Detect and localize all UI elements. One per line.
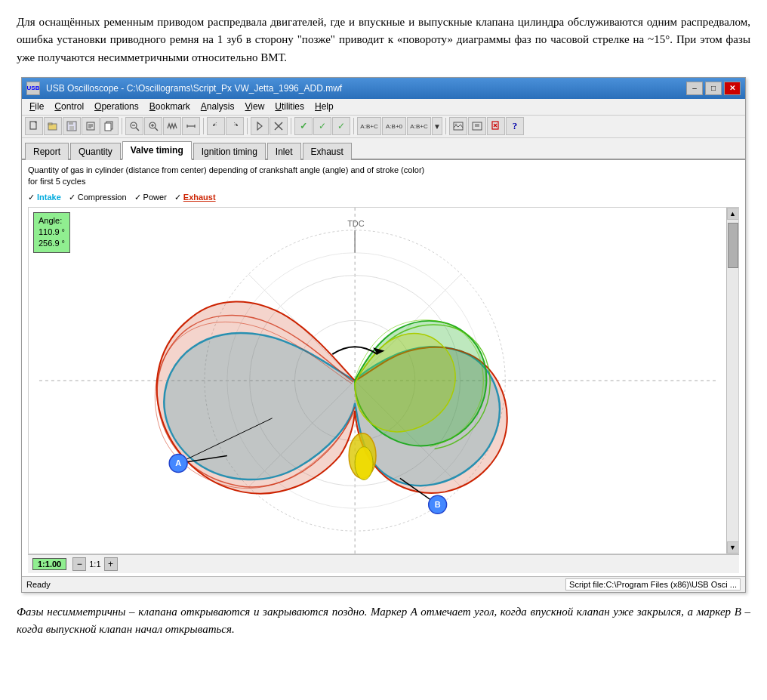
svg-line-16: [155, 128, 158, 131]
svg-point-55: [355, 446, 373, 480]
menu-bar: File Control Operations Bookmark Analysi…: [22, 99, 745, 116]
tab-quantity[interactable]: Quantity: [70, 143, 121, 160]
angle-info-box: Angle: 110.9 ° 256.9 °: [33, 212, 70, 253]
tb-abc-1[interactable]: A:B+C: [357, 117, 381, 135]
title-bar: USB USB Oscilloscope - C:\Oscillograms\S…: [22, 78, 745, 99]
close-button[interactable]: ✕: [724, 82, 741, 95]
status-bar: Ready Script file:C:\Program Files (x86)…: [22, 576, 745, 592]
tb-abc-2[interactable]: A:B+0: [382, 117, 406, 135]
tb-waveform[interactable]: [163, 117, 181, 135]
window-title: USB Oscilloscope - C:\Oscillograms\Scrip…: [46, 83, 686, 94]
tb-help[interactable]: ?: [506, 117, 524, 135]
scrollbar-right: ▲ ▼: [726, 208, 738, 554]
minimize-button[interactable]: –: [686, 82, 703, 95]
tb-sep2: [203, 118, 204, 134]
zoom-out-button[interactable]: −: [72, 557, 86, 571]
tb-print-preview[interactable]: [82, 117, 100, 135]
menu-file[interactable]: File: [25, 100, 48, 113]
menu-view[interactable]: View: [241, 100, 270, 113]
polar-chart-svg: TDC: [29, 208, 726, 554]
toolbar: ✓ ✓ ✓ A:B+C A:B+0 A:B+C ▼ ?: [22, 116, 745, 138]
legend-row: ✓ Intake ✓ Compression ✓ Power ✓ Exhaust: [28, 193, 739, 202]
tb-check1[interactable]: ✓: [294, 117, 313, 135]
legend-compression: ✓ Compression: [69, 193, 127, 202]
zoom-controls: − 1:1 +: [72, 557, 117, 571]
tb-zoom-out[interactable]: [125, 117, 143, 135]
tb-dropdown[interactable]: ▼: [432, 117, 442, 135]
tab-inlet[interactable]: Inlet: [267, 143, 301, 160]
tb-image[interactable]: [449, 117, 467, 135]
menu-control[interactable]: Control: [50, 100, 88, 113]
menu-utilities[interactable]: Utilities: [270, 100, 309, 113]
tb-cross[interactable]: [270, 117, 288, 135]
svg-point-26: [455, 124, 457, 126]
legend-power: ✓ Power: [134, 193, 167, 202]
menu-operations[interactable]: Operations: [90, 100, 143, 113]
angle-val1: 110.9 °: [39, 227, 65, 238]
tb-arrow[interactable]: [251, 117, 269, 135]
tb-undo[interactable]: [207, 117, 225, 135]
tb-check2[interactable]: ✓: [313, 117, 331, 135]
legend-intake: ✓ Intake: [28, 193, 61, 202]
tb-sep1: [122, 118, 122, 134]
angle-val2: 256.9 °: [39, 238, 65, 249]
svg-rect-4: [69, 122, 73, 125]
tb-sep4: [291, 118, 291, 134]
zoom-level: 1:1: [89, 560, 100, 569]
tabs-bar: Report Quantity Valve timing Ignition ti…: [22, 138, 745, 160]
tab-valve-timing[interactable]: Valve timing: [122, 141, 192, 160]
tb-sep5: [353, 118, 354, 134]
svg-text:TDC: TDC: [347, 218, 365, 227]
chart-description: Quantity of gas in cylinder (distance fr…: [28, 165, 739, 188]
scroll-down[interactable]: ▼: [727, 541, 739, 554]
svg-text:A: A: [175, 458, 181, 467]
svg-rect-2: [48, 123, 52, 125]
tb-delete[interactable]: [487, 117, 505, 135]
zoom-in-button[interactable]: +: [104, 557, 118, 571]
tb-open[interactable]: [44, 117, 62, 135]
tab-ignition-timing[interactable]: Ignition timing: [193, 143, 266, 160]
maximize-button[interactable]: □: [705, 82, 722, 95]
bottom-bar: 1:1.00 − 1:1 +: [28, 554, 739, 573]
tab-exhaust[interactable]: Exhaust: [303, 143, 352, 160]
status-left: Ready: [26, 580, 51, 589]
menu-bookmark[interactable]: Bookmark: [145, 100, 195, 113]
caption-paragraph: Фазы несимметричны – клапана открываются…: [17, 603, 750, 639]
application-window: USB USB Oscilloscope - C:\Oscillograms\S…: [21, 77, 746, 593]
tab-report[interactable]: Report: [25, 143, 69, 160]
angle-label: Angle:: [39, 215, 65, 227]
tb-sep3: [247, 118, 248, 134]
chart-container: Angle: 110.9 ° 256.9 ° TD: [28, 207, 739, 554]
app-icon: USB: [26, 82, 40, 95]
svg-line-13: [136, 128, 139, 131]
svg-text:B: B: [435, 500, 441, 509]
menu-help[interactable]: Help: [310, 100, 338, 113]
scroll-thumb[interactable]: [728, 223, 738, 268]
svg-marker-22: [257, 122, 262, 130]
tb-new[interactable]: [25, 117, 43, 135]
tb-copy[interactable]: [100, 117, 119, 135]
tb-zoom-in[interactable]: [144, 117, 162, 135]
tb-save[interactable]: [63, 117, 81, 135]
svg-rect-11: [105, 123, 111, 131]
content-area: Quantity of gas in cylinder (distance fr…: [22, 160, 745, 576]
tb-sep6: [445, 118, 446, 134]
legend-exhaust: ✓ Exhaust: [174, 193, 216, 202]
status-right: Script file:C:\Program Files (x86)\USB O…: [565, 578, 741, 591]
tb-measure[interactable]: [182, 117, 200, 135]
tb-redo[interactable]: [226, 117, 244, 135]
menu-analysis[interactable]: Analysis: [196, 100, 239, 113]
tb-export[interactable]: [468, 117, 486, 135]
intro-paragraph: Для оснащённых ременным приводом распред…: [17, 14, 750, 66]
tb-check3[interactable]: ✓: [332, 117, 350, 135]
tb-abc-3[interactable]: A:B+C: [407, 117, 431, 135]
svg-rect-5: [69, 126, 74, 130]
scale-display: 1:1.00: [32, 558, 66, 570]
scroll-up[interactable]: ▲: [727, 208, 739, 220]
window-controls: – □ ✕: [686, 82, 741, 95]
